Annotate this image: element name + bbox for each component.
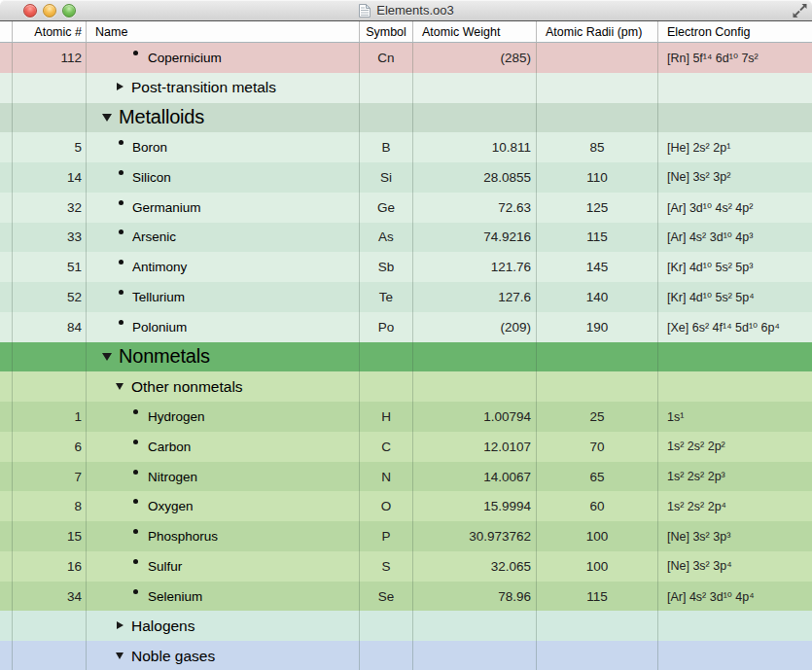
- atomic-weight-cell[interactable]: 1.00794: [413, 402, 537, 432]
- outline-row[interactable]: 1 Hydrogen H 1.00794 25 1s¹: [0, 402, 812, 432]
- name-cell[interactable]: Nitrogen: [87, 462, 360, 492]
- row-bullet[interactable]: [129, 475, 141, 479]
- atomic-radii-cell[interactable]: [537, 342, 658, 372]
- atomic-weight-cell[interactable]: (285): [413, 43, 537, 73]
- name-cell[interactable]: Metalloids: [87, 103, 360, 133]
- atomic-number-cell[interactable]: 84: [13, 312, 87, 342]
- atomic-weight-cell[interactable]: 30.973762: [413, 521, 537, 551]
- name-cell[interactable]: Germanium: [87, 193, 360, 223]
- symbol-cell[interactable]: [360, 371, 413, 402]
- outline-row[interactable]: 14 Silicon Si 28.0855 110 [Ne] 3s² 3p²: [0, 162, 812, 193]
- outline-row[interactable]: 112 Copernicium Cn (285) [Rn] 5f¹⁴ 6d¹⁰ …: [0, 43, 812, 73]
- name-cell[interactable]: Post-transition metals: [87, 73, 360, 103]
- row-bullet[interactable]: [115, 145, 126, 150]
- electron-config-cell[interactable]: [Ne] 3s² 3p²: [658, 162, 812, 193]
- atomic-weight-cell[interactable]: 127.6: [413, 282, 537, 312]
- atomic-number-cell[interactable]: [13, 73, 87, 103]
- electron-config-cell[interactable]: [658, 103, 812, 133]
- symbol-cell[interactable]: P: [360, 521, 413, 551]
- atomic-radii-cell[interactable]: 115: [537, 223, 658, 253]
- name-cell[interactable]: Copernicium: [87, 43, 360, 73]
- electron-config-cell[interactable]: [658, 73, 812, 103]
- atomic-radii-cell[interactable]: 100: [537, 551, 658, 582]
- outline-row[interactable]: 15 Phosphorus P 30.973762 100 [Ne] 3s² 3…: [0, 521, 812, 551]
- electron-config-cell[interactable]: [Kr] 4d¹⁰ 5s² 5p⁴: [658, 282, 812, 312]
- electron-config-cell[interactable]: [He] 2s² 2p¹: [658, 132, 812, 162]
- atomic-number-cell[interactable]: 16: [13, 551, 87, 582]
- electron-config-cell[interactable]: [Kr] 4d¹⁰ 5s² 5p³: [658, 252, 812, 282]
- name-cell[interactable]: Polonium: [87, 312, 360, 342]
- name-cell[interactable]: Silicon: [87, 162, 360, 193]
- outline-row[interactable]: Post-transition metals: [0, 73, 812, 103]
- name-cell[interactable]: Nonmetals: [87, 342, 360, 372]
- row-bullet[interactable]: [129, 504, 141, 509]
- atomic-radii-cell[interactable]: 110: [537, 162, 658, 193]
- name-cell[interactable]: Arsenic: [87, 223, 360, 253]
- outline-row[interactable]: 52 Tellurium Te 127.6 140 [Kr] 4d¹⁰ 5s² …: [0, 282, 812, 312]
- symbol-cell[interactable]: Po: [360, 312, 413, 342]
- row-bullet[interactable]: [129, 564, 141, 569]
- column-header-atomic-weight[interactable]: Atomic Weight: [413, 21, 537, 42]
- atomic-number-cell[interactable]: 52: [13, 282, 87, 312]
- atomic-radii-cell[interactable]: [537, 641, 658, 670]
- disclosure-triangle-expanded[interactable]: [100, 353, 114, 361]
- atomic-number-cell[interactable]: 33: [13, 223, 87, 253]
- column-header-atomic-radii[interactable]: Atomic Radii (pm): [537, 21, 658, 42]
- electron-config-cell[interactable]: [Ar] 3d¹⁰ 4s² 4p²: [658, 193, 812, 223]
- atomic-number-cell[interactable]: 6: [13, 432, 87, 462]
- symbol-cell[interactable]: Sb: [360, 252, 413, 282]
- name-cell[interactable]: Halogens: [87, 611, 360, 641]
- symbol-cell[interactable]: As: [360, 223, 413, 253]
- symbol-cell[interactable]: Cn: [360, 43, 413, 73]
- atomic-weight-cell[interactable]: 78.96: [413, 582, 537, 612]
- atomic-weight-cell[interactable]: 32.065: [413, 551, 537, 582]
- atomic-weight-cell[interactable]: 74.9216: [413, 223, 537, 253]
- outline-row[interactable]: Halogens: [0, 611, 812, 641]
- electron-config-cell[interactable]: [Ne] 3s² 3p⁴: [658, 551, 812, 582]
- symbol-cell[interactable]: B: [360, 132, 413, 162]
- atomic-number-cell[interactable]: 112: [13, 43, 87, 73]
- atomic-number-cell[interactable]: 51: [13, 252, 87, 282]
- outline-row[interactable]: 32 Germanium Ge 72.63 125 [Ar] 3d¹⁰ 4s² …: [0, 193, 812, 223]
- name-cell[interactable]: Hydrogen: [87, 402, 360, 432]
- column-header-symbol[interactable]: Symbol: [360, 21, 413, 42]
- name-cell[interactable]: Selenium: [87, 582, 360, 612]
- atomic-radii-cell[interactable]: 100: [537, 521, 658, 551]
- symbol-cell[interactable]: [360, 73, 413, 103]
- electron-config-cell[interactable]: 1s² 2s² 2p²: [658, 432, 812, 462]
- electron-config-cell[interactable]: [Ar] 4s² 3d¹⁰ 4p³: [658, 223, 812, 253]
- atomic-radii-cell[interactable]: [537, 103, 658, 133]
- electron-config-cell[interactable]: [Ar] 4s² 3d¹⁰ 4p⁴: [658, 582, 812, 612]
- name-cell[interactable]: Phosphorus: [87, 521, 360, 551]
- row-bullet[interactable]: [115, 205, 126, 210]
- atomic-weight-cell[interactable]: [413, 641, 537, 670]
- atomic-radii-cell[interactable]: 190: [537, 312, 658, 342]
- electron-config-cell[interactable]: [658, 641, 812, 670]
- symbol-cell[interactable]: [360, 103, 413, 133]
- atomic-radii-cell[interactable]: [537, 73, 658, 103]
- atomic-number-cell[interactable]: 14: [13, 162, 87, 193]
- row-bullet[interactable]: [115, 325, 126, 330]
- atomic-radii-cell[interactable]: 140: [537, 282, 658, 312]
- disclosure-triangle-expanded[interactable]: [100, 114, 114, 122]
- symbol-cell[interactable]: C: [360, 432, 413, 462]
- atomic-weight-cell[interactable]: 72.63: [413, 193, 537, 223]
- atomic-number-cell[interactable]: 32: [13, 193, 87, 223]
- electron-config-cell[interactable]: [Ne] 3s² 3p³: [658, 521, 812, 551]
- name-cell[interactable]: Sulfur: [87, 551, 360, 582]
- outline-row[interactable]: 84 Polonium Po (209) 190 [Xe] 6s² 4f¹⁴ 5…: [0, 312, 812, 342]
- electron-config-cell[interactable]: 1s² 2s² 2p⁴: [658, 491, 812, 521]
- atomic-radii-cell[interactable]: [537, 43, 658, 73]
- atomic-radii-cell[interactable]: 145: [537, 252, 658, 282]
- symbol-cell[interactable]: [360, 611, 413, 641]
- electron-config-cell[interactable]: [658, 371, 812, 402]
- atomic-number-cell[interactable]: 1: [13, 402, 87, 432]
- symbol-cell[interactable]: [360, 342, 413, 372]
- row-bullet[interactable]: [115, 264, 126, 269]
- symbol-cell[interactable]: O: [360, 491, 413, 521]
- atomic-number-cell[interactable]: [13, 103, 87, 133]
- symbol-cell[interactable]: Si: [360, 162, 413, 193]
- disclosure-triangle-collapsed[interactable]: [113, 84, 126, 91]
- atomic-weight-cell[interactable]: [413, 371, 537, 402]
- name-cell[interactable]: Carbon: [87, 432, 360, 462]
